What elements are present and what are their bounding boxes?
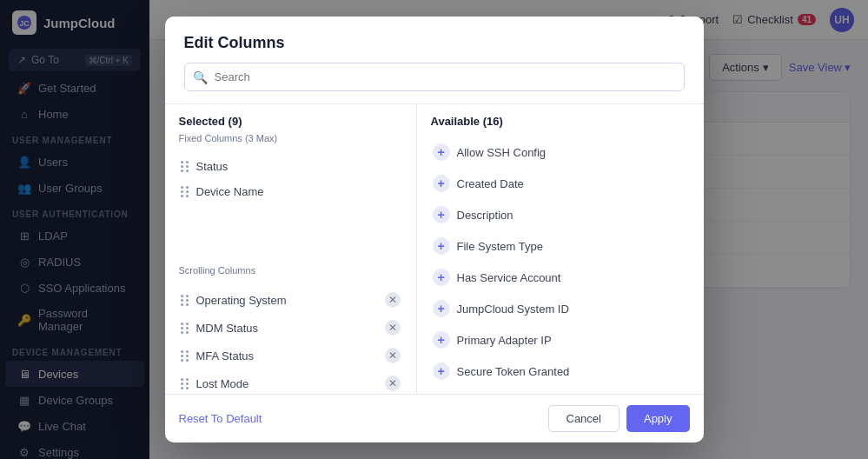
add-icon: + <box>433 300 450 317</box>
col-label: MFA Status <box>196 349 378 363</box>
avail-label: Allow SSH Config <box>457 146 547 159</box>
avail-item-created-date[interactable]: + Created Date <box>424 168 697 199</box>
avail-label: Created Date <box>457 177 524 190</box>
remove-column-button[interactable]: ✕ <box>385 348 401 363</box>
modal-body: Selected (9) Fixed Columns (3 Max) Statu… <box>165 104 704 394</box>
drag-handle <box>181 161 189 172</box>
avail-item-serial-number[interactable]: + Serial Number <box>424 387 697 394</box>
col-item-device-name: Device Name <box>172 179 409 204</box>
avail-label: File System Type <box>457 240 543 253</box>
apply-button[interactable]: Apply <box>626 405 690 432</box>
add-icon: + <box>433 206 450 223</box>
avail-item-secure-token-granted[interactable]: + Secure Token Granted <box>424 356 697 387</box>
avail-item-jumpcloud-system-id[interactable]: + JumpCloud System ID <box>424 293 697 324</box>
avail-label: JumpCloud System ID <box>457 303 569 316</box>
search-input[interactable] <box>184 63 685 91</box>
footer-actions: Cancel Apply <box>548 405 690 432</box>
add-icon: + <box>433 331 450 349</box>
add-icon: + <box>433 237 450 255</box>
drag-handle <box>181 323 189 334</box>
panel-available: Available (16) + Allow SSH Config + Crea… <box>417 104 704 394</box>
modal-title: Edit Columns <box>184 34 685 52</box>
drag-handle <box>181 186 189 197</box>
avail-label: Description <box>457 209 514 222</box>
add-icon: + <box>433 269 450 286</box>
scrolling-columns-label: Scrolling Columns <box>165 262 416 283</box>
col-item-status: Status <box>172 154 409 179</box>
remove-column-button[interactable]: ✕ <box>385 320 401 336</box>
col-label-device-name: Device Name <box>196 185 401 198</box>
drag-handle <box>181 378 189 389</box>
avail-item-has-service-account[interactable]: + Has Service Account <box>424 262 697 293</box>
col-label: Operating System <box>196 294 378 307</box>
panel-selected: Selected (9) Fixed Columns (3 Max) Statu… <box>165 104 417 394</box>
cancel-button[interactable]: Cancel <box>548 405 620 432</box>
modal-footer: Reset To Default Cancel Apply <box>165 394 704 442</box>
col-label: MDM Status <box>196 322 378 335</box>
selected-title: Selected (9) <box>165 104 416 133</box>
avail-item-allow-ssh[interactable]: + Allow SSH Config <box>424 136 697 168</box>
avail-label: Has Service Account <box>457 271 561 284</box>
col-item-mfa-status: MFA Status ✕ <box>172 342 409 369</box>
drag-handle <box>181 295 189 306</box>
col-item-lost-mode: Lost Mode ✕ <box>172 369 409 394</box>
available-columns-list: + Allow SSH Config + Created Date + Desc… <box>417 133 704 394</box>
add-icon: + <box>433 175 450 192</box>
modal-overlay[interactable]: Edit Columns 🔍 Selected (9) Fixed Column… <box>0 0 868 459</box>
drag-handle <box>181 350 189 362</box>
fixed-columns-label: Fixed Columns (3 Max) <box>165 133 416 150</box>
fixed-columns-list: Status Device Name <box>165 150 416 262</box>
col-label: Lost Mode <box>196 377 378 390</box>
remove-column-button[interactable]: ✕ <box>385 292 401 308</box>
modal-header: Edit Columns 🔍 <box>165 17 704 104</box>
add-icon: + <box>433 363 450 380</box>
remove-column-button[interactable]: ✕ <box>385 376 401 391</box>
col-label-status: Status <box>196 160 401 173</box>
avail-item-file-system-type[interactable]: + File System Type <box>424 230 697 262</box>
avail-item-description[interactable]: + Description <box>424 199 697 230</box>
available-title: Available (16) <box>417 104 704 133</box>
avail-label: Secure Token Granted <box>457 365 570 378</box>
col-item-operating-system: Operating System ✕ <box>172 286 409 314</box>
scrolling-columns-list: Operating System ✕ MDM Status ✕ <box>165 283 416 394</box>
modal-search: 🔍 <box>184 63 685 91</box>
add-icon: + <box>433 143 450 161</box>
edit-columns-modal: Edit Columns 🔍 Selected (9) Fixed Column… <box>165 17 704 442</box>
col-item-mdm-status: MDM Status ✕ <box>172 314 409 342</box>
reset-to-default-link[interactable]: Reset To Default <box>179 412 262 425</box>
search-icon: 🔍 <box>193 70 208 84</box>
avail-label: Primary Adapter IP <box>457 334 552 347</box>
avail-item-primary-adapter-ip[interactable]: + Primary Adapter IP <box>424 324 697 356</box>
